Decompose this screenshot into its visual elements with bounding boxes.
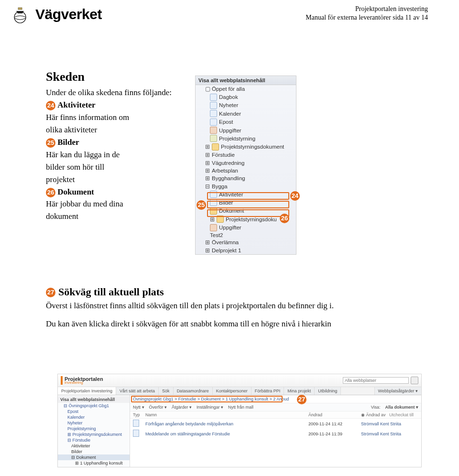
book-icon <box>210 94 217 101</box>
skeden-description: Under de olika skedena finns följande: 2… <box>46 86 185 224</box>
nav-vagutredning[interactable]: ⊞Vägutredning <box>196 159 296 166</box>
nav-arbetsplan[interactable]: ⊞Arbetsplan <box>196 167 296 174</box>
ql-item[interactable]: ⊟ Dokument <box>58 454 130 460</box>
nav-epost[interactable]: Epost <box>196 118 296 126</box>
brand-accent-icon <box>61 376 63 385</box>
ql-item[interactable]: Bilder <box>58 449 130 454</box>
page-header-meta: Projektportalen investering Manual för e… <box>306 5 428 22</box>
list-toolbar: Nytt ▾ Överför ▾ Åtgärder ▾ Inställninga… <box>130 403 421 411</box>
nav-test2[interactable]: Test2 <box>196 232 296 238</box>
svg-point-4 <box>20 8 20 9</box>
callout-24-right: 24 <box>290 191 300 201</box>
ql-item[interactable]: ⊞ 1 Upphandling konsult <box>58 460 130 466</box>
vagverket-logo-icon <box>10 4 31 25</box>
gear-icon <box>210 135 217 142</box>
highlight-breadcrumb <box>131 396 283 402</box>
nav-bygga[interactable]: ⊟Bygga <box>196 183 296 190</box>
nav-projektstyrningsdokument[interactable]: ⊞Projektstyrningsdokument <box>196 143 296 151</box>
nav-kalender[interactable]: Kalender <box>196 109 296 118</box>
site-actions-menu[interactable]: Webbplatsåtgärder ▾ <box>374 387 421 395</box>
highlight-bilder <box>207 201 289 208</box>
callout-26-right: 26 <box>280 214 289 223</box>
view-label: Visa: <box>371 405 381 410</box>
toolbar-actions[interactable]: Åtgärder ▾ <box>172 405 192 410</box>
breadcrumb-screenshot: Projektportalen investering Projektporta… <box>57 374 422 467</box>
nav-uppgifter2[interactable]: Uppgifter <box>196 223 296 231</box>
toolbar-settings[interactable]: Inställningar ▾ <box>197 405 223 410</box>
tab-item[interactable]: Mina projekt <box>284 387 315 395</box>
nav-forstudie[interactable]: ⊞Förstudie <box>196 151 296 159</box>
document-icon <box>133 430 139 437</box>
nav-bygghandling[interactable]: ⊞Bygghandling <box>196 174 296 182</box>
portal-brand: Projektportalen investering <box>61 376 103 385</box>
toolbar-upload[interactable]: Överför ▾ <box>149 405 167 410</box>
doclib-row[interactable]: Meddelande om ställningstagande Förstudi… <box>130 429 421 439</box>
header-line2: Manual för externa leverantörer sida 11 … <box>306 13 428 22</box>
callout-27: 27 <box>297 395 306 404</box>
tab-item[interactable]: Förbättra PPI <box>251 387 284 395</box>
section2-p2: Du kan även klicka direkt i sökvägen för… <box>46 318 424 329</box>
tab-item[interactable]: Kontaktpersoner <box>213 387 251 395</box>
ql-item[interactable]: ⊟ Förstudie <box>58 437 130 443</box>
header-line1: Projektportalen investering <box>306 5 428 13</box>
ql-item[interactable]: Aktiviteter <box>58 443 130 449</box>
nav-delprojekt1[interactable]: ⊞Delprojekt 1 <box>196 247 296 254</box>
document-icon <box>133 420 139 427</box>
search-input[interactable] <box>343 377 409 384</box>
tab-item[interactable]: Datasamordnare <box>174 387 213 395</box>
nav-nyheter[interactable]: Nyheter <box>196 101 296 109</box>
quicklaunch-header[interactable]: Visa allt webbplatsinnehåll <box>58 396 130 403</box>
badge-26: 26 <box>46 188 55 197</box>
nav-overlamna[interactable]: ⊞Överlämna <box>196 238 296 246</box>
badge-25: 25 <box>46 138 55 148</box>
mail-icon <box>210 119 217 126</box>
badge-24: 24 <box>46 101 55 110</box>
ql-item[interactable]: Projektstyrning <box>58 426 130 432</box>
search-button[interactable] <box>411 377 418 384</box>
ql-item[interactable]: Epost <box>58 409 130 414</box>
toolbar-new[interactable]: Nytt ▾ <box>133 405 144 410</box>
calendar-icon <box>210 110 217 117</box>
ql-item[interactable]: ⊟ Övningsprojekt Gbg1 <box>58 403 130 409</box>
brand-name: Vägverket <box>35 6 102 22</box>
top-tabs: Projektportalen Investering Vårt sätt at… <box>58 387 421 395</box>
highlight-aktiviteter <box>207 192 289 200</box>
ql-item[interactable]: ⊞ 2 Underlag från beställaren <box>58 466 130 467</box>
doclib-row[interactable]: Förfrågan angående betydande miljöpåverk… <box>130 419 421 429</box>
toolbar-newfromtemplate[interactable]: Nytt från mall <box>228 405 253 410</box>
folder-icon <box>212 143 219 151</box>
nav-dagbok[interactable]: Dagbok <box>196 93 296 101</box>
badge-27: 27 <box>46 288 55 297</box>
view-selector[interactable]: Alla dokument ▾ <box>385 405 418 410</box>
highlight-dokument <box>207 209 289 217</box>
tab-item[interactable]: Utbildning <box>315 387 341 395</box>
doclib-columns: Typ Namn Ändrad ◉ Ändrad av Utcheckat ti… <box>130 411 421 419</box>
nav-projektstyrning[interactable]: Projektstyrning <box>196 134 296 142</box>
tab-item[interactable]: Vårt sätt att arbeta <box>116 387 159 395</box>
ql-item[interactable]: Nyheter <box>58 420 130 426</box>
tab-item[interactable]: Sök <box>159 387 174 395</box>
breadcrumb[interactable]: Övningsprojekt Gbg1 > Förstudie > Dokume… <box>130 395 421 403</box>
ql-item[interactable]: Kalender <box>58 414 130 420</box>
left-quicklaunch: Visa allt webbplatsinnehåll ⊟ Övningspro… <box>58 395 130 467</box>
svg-point-3 <box>21 8 21 9</box>
tab-item[interactable]: Projektportalen Investering <box>58 387 116 395</box>
section-heading-sokvag: Sökväg till aktuell plats <box>58 285 164 299</box>
site-search[interactable] <box>343 377 418 384</box>
nav-uppgifter[interactable]: Uppgifter <box>196 126 296 134</box>
person-icon: ◉ <box>361 412 366 417</box>
svg-point-2 <box>19 8 19 9</box>
nav-oppet-for-alla[interactable]: ▢Öppet för alla <box>196 85 296 93</box>
brand-logo: Vägverket <box>10 4 102 25</box>
section2-p1: Överst i läsfönstret finns alltid sökväg… <box>46 300 424 311</box>
ql-item[interactable]: ⊞ Projektstyrningsdokument <box>58 432 130 437</box>
nav-title[interactable]: Visa allt webbplatsinnehåll <box>196 76 296 85</box>
callout-25-right: 25 <box>197 200 206 210</box>
sharepoint-nav-panel: Visa allt webbplatsinnehåll ▢Öppet för a… <box>195 76 296 255</box>
list-icon <box>210 102 217 109</box>
task-icon <box>210 127 217 134</box>
task-icon <box>210 224 217 231</box>
